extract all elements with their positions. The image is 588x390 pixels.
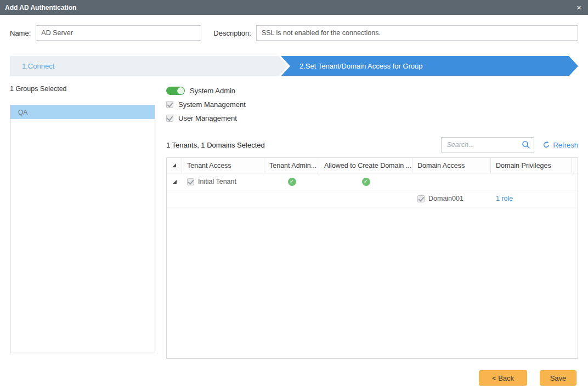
dialog-footer: < Back Save xyxy=(479,370,576,386)
name-label: Name: xyxy=(10,29,31,37)
col-domain-access: Domain Access xyxy=(412,158,491,173)
domain-access-cell xyxy=(412,173,491,190)
domain-access-cell: Domain001 xyxy=(412,190,491,207)
search-icon[interactable] xyxy=(522,140,530,149)
user-management-label: User Management xyxy=(178,114,237,122)
refresh-button[interactable]: Refresh xyxy=(542,141,578,149)
group-list-item[interactable]: QA xyxy=(10,105,155,119)
search-input[interactable] xyxy=(442,138,522,151)
toggle-knob xyxy=(177,87,184,94)
col-tenant-access: Tenant Access xyxy=(182,158,264,173)
domain-checkbox xyxy=(417,195,425,202)
groups-selected-count: 1 Groups Selected xyxy=(10,85,155,93)
row-spacer-cell xyxy=(572,173,578,190)
step-tenant-domain-access[interactable]: 2.Set Tenant/Domain Access for Group xyxy=(281,56,578,76)
name-input[interactable] xyxy=(36,25,201,41)
step-connect-label: 1.Connect xyxy=(22,62,54,70)
form-row: Name: Description: xyxy=(0,15,588,41)
system-admin-label: System Admin xyxy=(190,87,235,95)
user-management-checkbox xyxy=(166,115,173,122)
access-panel: System Admin System Management User Mana… xyxy=(166,84,578,359)
tenants-toolbar: 1 Tenants, 1 Domains Selected Refresh xyxy=(166,137,578,152)
allowed-create-cell: ✓ xyxy=(319,173,412,190)
groups-panel: 1 Groups Selected QA xyxy=(10,84,155,359)
system-management-row: System Management xyxy=(166,100,578,109)
search-box xyxy=(441,137,534,152)
system-management-checkbox xyxy=(166,101,173,108)
row-spacer-cell xyxy=(572,190,578,207)
domain-privileges-cell xyxy=(491,173,572,190)
dialog-title: Add AD Authentication xyxy=(5,4,76,12)
add-ad-authentication-dialog: Add AD Authentication × Name: Descriptio… xyxy=(0,0,588,359)
step-connect[interactable]: 1.Connect xyxy=(10,56,288,76)
row-expand-cell xyxy=(167,173,182,190)
save-button[interactable]: Save xyxy=(540,370,576,386)
header-expand-cell xyxy=(167,158,182,173)
collapse-row-icon[interactable] xyxy=(173,180,177,184)
grid-header: Tenant Access Tenant Admin... Allowed to… xyxy=(167,158,578,173)
user-management-row: User Management xyxy=(166,114,578,122)
dialog-titlebar: Add AD Authentication × xyxy=(0,0,588,15)
header-spacer-cell xyxy=(572,158,578,173)
wizard-steps: 1.Connect 2.Set Tenant/Domain Access for… xyxy=(10,56,578,76)
tenant-admin-check-icon: ✓ xyxy=(288,178,296,186)
back-button[interactable]: < Back xyxy=(479,370,527,386)
tenant-name: Initial Tenant xyxy=(198,178,236,185)
domain-privileges-link[interactable]: 1 role xyxy=(496,195,513,202)
col-domain-privileges: Domain Privileges xyxy=(491,158,572,173)
allowed-create-cell xyxy=(319,190,412,207)
expand-all-icon[interactable] xyxy=(172,163,176,167)
close-icon[interactable]: × xyxy=(576,3,581,12)
tenants-summary: 1 Tenants, 1 Domains Selected xyxy=(166,141,265,149)
tenant-checkbox xyxy=(187,178,194,185)
dialog-content: 1 Groups Selected QA System Admin System… xyxy=(0,84,588,359)
tenant-access-cell: Initial Tenant xyxy=(182,173,264,190)
tenant-row[interactable]: Initial Tenant ✓ ✓ xyxy=(167,173,578,190)
system-admin-toggle[interactable] xyxy=(166,87,185,95)
tenant-access-cell xyxy=(182,190,264,207)
domain-row[interactable]: Domain001 1 role xyxy=(167,190,578,207)
step-tenant-domain-access-label: 2.Set Tenant/Domain Access for Group xyxy=(299,62,423,70)
tenant-admin-cell: ✓ xyxy=(264,173,319,190)
tenant-admin-cell xyxy=(264,190,319,207)
groups-list: QA xyxy=(10,105,155,353)
system-management-label: System Management xyxy=(178,100,246,109)
col-allowed-create-domain: Allowed to Create Domain ... xyxy=(319,158,412,173)
allowed-create-check-icon: ✓ xyxy=(362,178,370,186)
refresh-icon xyxy=(542,141,550,149)
system-admin-row: System Admin xyxy=(166,87,578,95)
refresh-label: Refresh xyxy=(553,141,578,149)
row-expand-cell xyxy=(167,190,182,207)
domain-name: Domain001 xyxy=(428,195,463,202)
domain-privileges-cell: 1 role xyxy=(491,190,572,207)
description-input[interactable] xyxy=(256,25,578,41)
tenant-access-grid: Tenant Access Tenant Admin... Allowed to… xyxy=(166,157,578,359)
col-tenant-admin: Tenant Admin... xyxy=(264,158,319,173)
description-label: Description: xyxy=(213,29,251,37)
